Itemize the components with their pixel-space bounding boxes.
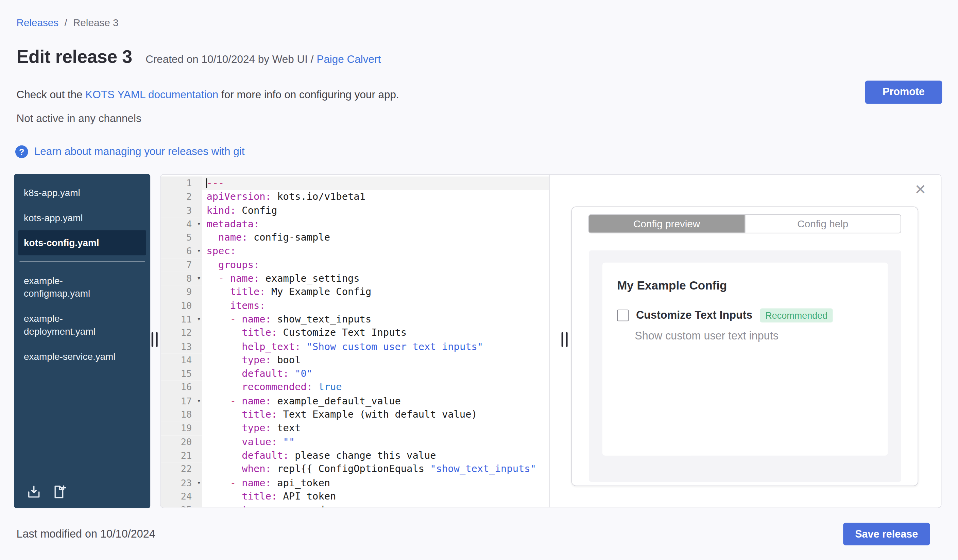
code-line[interactable]: 15 default: "0": [161, 367, 549, 381]
line-number-gutter: 20: [161, 435, 202, 449]
line-number-gutter: 8▾: [161, 272, 202, 285]
file-tree-item[interactable]: example- configmap.yaml: [14, 268, 150, 306]
code-line[interactable]: 9 title: My Example Config: [161, 285, 549, 299]
code-line[interactable]: 23▾ - name: api_token: [161, 476, 549, 490]
line-number: 22: [161, 462, 202, 476]
code-line[interactable]: 2apiVersion: kots.io/v1beta1: [161, 190, 549, 204]
line-number-gutter: 17▾: [161, 394, 202, 408]
line-number: 1: [161, 176, 202, 190]
code-line[interactable]: 13 help_text: "Show custom user text inp…: [161, 340, 549, 353]
code-text: metadata:: [202, 217, 549, 231]
code-line[interactable]: 14 type: bool: [161, 353, 549, 367]
author-link[interactable]: Paige Calvert: [317, 53, 381, 65]
close-icon[interactable]: ✕: [915, 182, 926, 196]
file-tree-sidebar: k8s-app.yamlkots-app.yamlkots-config.yam…: [14, 174, 150, 508]
code-lines: 1---2apiVersion: kots.io/v1beta13kind: C…: [161, 176, 549, 507]
code-line[interactable]: 1---: [161, 176, 549, 190]
line-number-gutter: 6▾: [161, 245, 202, 258]
code-text: default: please change this value: [202, 449, 549, 462]
save-release-button[interactable]: Save release: [843, 523, 930, 545]
line-number-gutter: 2: [161, 190, 202, 204]
kots-yaml-docs-link[interactable]: KOTS YAML documentation: [85, 89, 218, 101]
new-file-icon[interactable]: [51, 484, 67, 500]
code-text: spec:: [202, 245, 549, 258]
code-line[interactable]: 16 recommended: true: [161, 381, 549, 394]
preview-body: My Example Config Customize Text Inputs …: [589, 250, 901, 482]
breadcrumb-releases-link[interactable]: Releases: [17, 17, 59, 28]
code-line[interactable]: 20 value: "": [161, 435, 549, 449]
config-item-help: Show custom user text inputs: [635, 330, 873, 343]
line-number: 5: [161, 231, 202, 245]
line-number: 4: [161, 217, 202, 231]
code-line[interactable]: 3kind: Config: [161, 204, 549, 217]
created-text: Created on 10/10/2024 by Web UI /: [146, 53, 313, 65]
file-tree-item[interactable]: example-service.yaml: [14, 344, 150, 369]
editor-resize-handle[interactable]: [560, 332, 569, 347]
last-modified-text: Last modified on 10/10/2024: [17, 528, 155, 541]
line-number: 25: [161, 503, 202, 507]
code-line[interactable]: 18 title: Text Example (with default val…: [161, 408, 549, 422]
fold-arrow-icon[interactable]: ▾: [197, 272, 201, 285]
line-number: 12: [161, 326, 202, 340]
code-text: apiVersion: kots.io/v1beta1: [202, 190, 549, 204]
promote-button[interactable]: Promote: [865, 81, 942, 104]
sidebar-resize-handle[interactable]: [150, 332, 159, 347]
release-editor-page: Releases / Release 3 Edit release 3 Crea…: [0, 0, 958, 560]
fold-arrow-icon[interactable]: ▾: [197, 476, 201, 490]
code-line[interactable]: 10 items:: [161, 299, 549, 313]
code-line[interactable]: 7 groups:: [161, 258, 549, 272]
git-help-link[interactable]: Learn about managing your releases with …: [34, 146, 245, 158]
line-number-gutter: 3: [161, 204, 202, 217]
fold-arrow-icon[interactable]: ▾: [197, 394, 201, 408]
code-line[interactable]: 17▾ - name: example_default_value: [161, 394, 549, 408]
code-line[interactable]: 24 title: API token: [161, 490, 549, 503]
line-number-gutter: 19: [161, 422, 202, 435]
question-icon: ?: [15, 146, 28, 158]
code-text: value: "": [202, 435, 549, 449]
breadcrumb-separator: /: [64, 17, 67, 28]
code-line[interactable]: 5 name: config-sample: [161, 231, 549, 245]
line-number: 24: [161, 490, 202, 503]
code-line[interactable]: 12 title: Customize Text Inputs: [161, 326, 549, 340]
fold-arrow-icon[interactable]: ▾: [197, 245, 201, 258]
code-text: title: API token: [202, 490, 549, 503]
code-text: recommended: true: [202, 381, 549, 394]
line-number: 13: [161, 340, 202, 353]
code-line[interactable]: 4▾metadata:: [161, 217, 549, 231]
line-number-gutter: 11▾: [161, 313, 202, 326]
config-checkbox[interactable]: [617, 310, 628, 321]
file-tree-item[interactable]: k8s-app.yaml: [14, 180, 150, 205]
file-list: k8s-app.yamlkots-app.yamlkots-config.yam…: [14, 174, 150, 478]
yaml-editor[interactable]: 1---2apiVersion: kots.io/v1beta13kind: C…: [161, 175, 550, 507]
code-line[interactable]: 22 when: repl{{ ConfigOptionEquals "show…: [161, 462, 549, 476]
code-text: ---: [202, 176, 549, 190]
preview-tabs: Config previewConfig help: [588, 214, 901, 233]
code-text: kind: Config: [202, 204, 549, 217]
code-text: type: text: [202, 422, 549, 435]
file-tree-item[interactable]: example- deployment.yaml: [14, 306, 150, 343]
fold-arrow-icon[interactable]: ▾: [197, 217, 201, 231]
line-number: 19: [161, 422, 202, 435]
code-line[interactable]: 11▾ - name: show_text_inputs: [161, 313, 549, 326]
code-text: items:: [202, 299, 549, 313]
code-line[interactable]: 8▾ - name: example_settings: [161, 272, 549, 285]
line-number: 17: [161, 394, 202, 408]
file-tree-item[interactable]: kots-config.yaml: [18, 230, 146, 256]
line-number: 10: [161, 299, 202, 313]
file-tree-item[interactable]: kots-app.yaml: [14, 205, 150, 230]
tab-config-preview[interactable]: Config preview: [589, 215, 744, 233]
preview-region: ✕ Config previewConfig help My Example C…: [550, 175, 941, 507]
tab-config-help[interactable]: Config help: [744, 215, 901, 233]
line-number-gutter: 12: [161, 326, 202, 340]
config-group-title: My Example Config: [617, 278, 873, 293]
code-line[interactable]: 25 type: password: [161, 503, 549, 507]
code-line[interactable]: 19 type: text: [161, 422, 549, 435]
upload-file-icon[interactable]: [26, 484, 41, 500]
code-text: type: password: [202, 503, 549, 507]
workbench: 1---2apiVersion: kots.io/v1beta13kind: C…: [160, 174, 942, 508]
line-number: 7: [161, 258, 202, 272]
line-number: 3: [161, 204, 202, 217]
code-line[interactable]: 6▾spec:: [161, 245, 549, 258]
fold-arrow-icon[interactable]: ▾: [197, 313, 201, 326]
code-line[interactable]: 21 default: please change this value: [161, 449, 549, 462]
